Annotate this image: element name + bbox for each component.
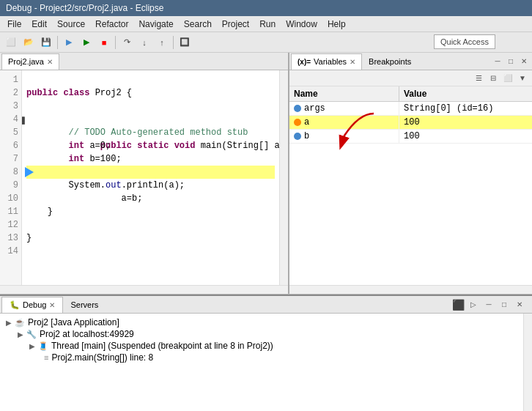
debug-icon: 🐛 xyxy=(10,300,20,310)
code-area[interactable]: public class Proj2 { ⬛ public static voi… xyxy=(22,70,279,285)
var-collapse-btn[interactable]: ⊟ xyxy=(487,72,500,85)
tab-debug[interactable]: 🐛 Debug ✕ xyxy=(1,297,63,313)
debug-item-proj2-app[interactable]: ▶ ☕ Proj2 [Java Application] xyxy=(6,316,526,328)
var-col-value-header: Value xyxy=(399,86,532,101)
toolbar-perspective-btn[interactable]: 🔲 xyxy=(177,34,193,51)
code-line-14 xyxy=(26,245,275,258)
debug-item-thread[interactable]: ▶ 🧵 Thread [main] (Suspended (breakpoint… xyxy=(6,340,526,352)
menu-run[interactable]: Run xyxy=(255,18,280,31)
var-value-a: 100 xyxy=(399,116,532,129)
toolbar-step-over-btn[interactable]: ↷ xyxy=(119,34,135,51)
code-line-12 xyxy=(26,218,275,232)
toolbar-step-into-btn[interactable]: ↓ xyxy=(136,34,152,51)
debug-resume-btn[interactable]: ⬛ xyxy=(451,298,465,311)
var-label-a: a xyxy=(304,117,309,127)
debug-min-btn[interactable]: ─ xyxy=(482,298,495,311)
var-name-a: a xyxy=(289,116,399,129)
quick-access-bar[interactable]: Quick Access xyxy=(434,34,495,49)
debug-action-btn[interactable]: ▷ xyxy=(467,298,480,311)
menu-edit[interactable]: Edit xyxy=(27,18,51,31)
line-numbers: 12345 678910 11121314 xyxy=(0,70,22,285)
menu-file[interactable]: File xyxy=(3,18,26,31)
code-line-11: } xyxy=(26,205,275,218)
menu-help[interactable]: Help xyxy=(323,18,350,31)
var-show-columns-btn[interactable]: ☰ xyxy=(472,72,485,85)
variables-tab-bar: (x)= Variables ✕ Breakpoints ─ □ ✕ xyxy=(289,53,532,70)
menu-bar: File Edit Source Refactor Navigate Searc… xyxy=(0,16,532,32)
code-line-3 xyxy=(26,100,275,113)
editor-scrollbar-v[interactable] xyxy=(279,70,288,285)
debug-area: 🐛 Debug ✕ Servers ⬛ ▷ ─ □ ✕ ▶ ☕ Proj2 [J… xyxy=(0,295,532,411)
title-text: Debug - Project2/src/Proj2.java - Eclips… xyxy=(6,3,163,13)
toolbar-stop-btn[interactable]: ■ xyxy=(96,34,112,51)
toolbar-sep1 xyxy=(57,36,58,49)
current-line-marker xyxy=(25,167,34,177)
debug-label-thread: Thread [main] (Suspended (breakpoint at … xyxy=(51,341,273,351)
debug-max-btn[interactable]: □ xyxy=(498,298,511,311)
variables-table: Name Value args String[0] (id=16) a 100 xyxy=(289,86,532,285)
var-row-b[interactable]: b 100 xyxy=(289,130,532,144)
var-table-header: Name Value xyxy=(289,86,532,102)
editor-scrollbar-h[interactable] xyxy=(0,285,288,294)
toolbar-open-btn[interactable]: 📂 xyxy=(21,34,37,51)
tab-servers[interactable]: Servers xyxy=(63,297,106,313)
tab-debug-close[interactable]: ✕ xyxy=(49,301,55,309)
var-name-b: b xyxy=(289,130,399,143)
tab-breakpoints[interactable]: Breakpoints xyxy=(362,53,418,70)
debug-scrollbar-v[interactable] xyxy=(523,314,532,411)
tab-variables-icon: (x)= xyxy=(298,58,311,66)
title-bar: Debug - Project2/src/Proj2.java - Eclips… xyxy=(0,0,532,16)
debug-item-instance[interactable]: ▶ 🔧 Proj2 at localhost:49929 xyxy=(6,328,526,340)
app-icon: ☕ xyxy=(15,318,25,327)
code-line-4: ⬛ public static void main(String[] args)… xyxy=(26,113,275,126)
tab-variables[interactable]: (x)= Variables ✕ xyxy=(291,53,362,70)
code-line-6: int a=0; xyxy=(26,139,275,152)
menu-navigate[interactable]: Navigate xyxy=(134,18,177,31)
var-value-args: String[0] (id=16) xyxy=(399,102,532,115)
toolbar-save-btn[interactable]: 💾 xyxy=(38,34,54,51)
menu-refactor[interactable]: Refactor xyxy=(91,18,133,31)
debug-label-instance: Proj2 at localhost:49929 xyxy=(40,329,134,339)
menu-search[interactable]: Search xyxy=(180,18,216,31)
var-label-b: b xyxy=(304,131,309,141)
editor-tab-proj2[interactable]: Proj2.java ✕ xyxy=(1,53,59,70)
var-row-a[interactable]: a 100 xyxy=(289,116,532,130)
panel-toolbar: ☰ ⊟ ⬜ ▼ xyxy=(289,70,532,86)
tab-variables-close[interactable]: ✕ xyxy=(350,58,355,66)
debug-close-btn[interactable]: ✕ xyxy=(513,298,526,311)
toolbar-step-out-btn[interactable]: ↑ xyxy=(154,34,170,51)
menu-source[interactable]: Source xyxy=(53,18,89,31)
tree-icon-app: ▶ xyxy=(6,319,12,327)
tab-servers-label: Servers xyxy=(70,300,98,309)
panel-minimize-btn[interactable]: ─ xyxy=(491,55,504,68)
var-value-b: 100 xyxy=(399,130,532,143)
code-line-10 xyxy=(26,192,275,205)
panel-close-btn[interactable]: ✕ xyxy=(517,55,531,68)
debug-item-frame[interactable]: ≡ Proj2.main(String[]) line: 8 xyxy=(6,352,526,363)
editor-panel: Proj2.java ✕ 12345 678910 11121314 publi… xyxy=(0,53,289,294)
var-row-args[interactable]: args String[0] (id=16) xyxy=(289,102,532,116)
main-area: Proj2.java ✕ 12345 678910 11121314 publi… xyxy=(0,53,532,295)
tab-debug-label: Debug xyxy=(23,300,46,309)
toolbar-debug-btn[interactable]: ▶ xyxy=(61,34,77,51)
var-dot-args xyxy=(294,105,301,112)
vars-scrollbar-h[interactable] xyxy=(289,285,532,294)
panel-maximize-btn[interactable]: □ xyxy=(504,55,517,68)
var-menu-btn[interactable]: ▼ xyxy=(516,72,529,85)
code-line-7: int b=100; xyxy=(26,152,275,166)
editor-tab-close[interactable]: ✕ xyxy=(47,58,53,66)
menu-project[interactable]: Project xyxy=(218,18,254,31)
variables-panel: (x)= Variables ✕ Breakpoints ─ □ ✕ ☰ ⊟ ⬜… xyxy=(289,53,532,294)
var-col-name-header: Name xyxy=(289,86,399,101)
menu-window[interactable]: Window xyxy=(281,18,322,31)
toolbar-run-btn[interactable]: ▶ xyxy=(78,34,95,51)
debug-tab-bar: 🐛 Debug ✕ Servers ⬛ ▷ ─ □ ✕ xyxy=(0,296,532,314)
code-line-1 xyxy=(26,73,275,86)
code-line-2: public class Proj2 { xyxy=(26,86,275,100)
toolbar: ⬜ 📂 💾 ▶ ▶ ■ ↷ ↓ ↑ 🔲 Quick Access xyxy=(0,32,532,53)
tab-variables-label: Variables xyxy=(314,57,347,66)
toolbar-new-btn[interactable]: ⬜ xyxy=(3,34,19,51)
toolbar-sep3 xyxy=(173,36,174,49)
tree-icon-thread: ▶ xyxy=(29,342,35,350)
var-layout-btn[interactable]: ⬜ xyxy=(501,72,514,85)
